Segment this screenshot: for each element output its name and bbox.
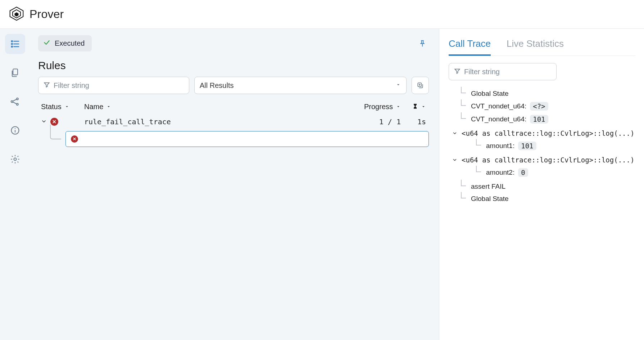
trace-node[interactable]: assert FAIL (449, 180, 635, 193)
column-status-label: Status (41, 103, 62, 111)
chevron-down-icon[interactable] (452, 157, 458, 162)
funnel-icon (454, 68, 461, 76)
tree-connector (459, 115, 467, 123)
svg-point-7 (11, 101, 13, 103)
tree-connector (459, 195, 467, 203)
tree-connector (475, 169, 482, 176)
column-status[interactable]: Status (41, 103, 84, 111)
chevron-down-icon[interactable] (41, 118, 47, 126)
chevron-down-icon[interactable] (452, 131, 458, 136)
trace-tree: Global State CVT_nondet_u64: <?> CVT_non… (449, 88, 635, 205)
trace-filter-wrap[interactable] (449, 63, 557, 80)
filter-input-wrap[interactable] (38, 77, 189, 94)
results-select[interactable]: All Results (194, 77, 407, 94)
tabs: Call Trace Live Statistics (449, 38, 635, 56)
trace-label: <u64 as calltrace::log::CvlrLog>::log(..… (462, 156, 634, 164)
rule-row[interactable]: ✕ rule_fail_call_trace 1 / 1 1s (38, 117, 429, 126)
sidebar-item-info[interactable] (5, 120, 25, 140)
tree-connector (459, 183, 467, 191)
trace-value: 101 (518, 142, 536, 150)
caret-down-icon (106, 103, 111, 111)
svg-point-13 (14, 158, 17, 161)
trace-label: assert FAIL (471, 183, 505, 191)
trace-node[interactable]: CVT_nondet_u64: 101 (449, 113, 635, 126)
status-badge: Executed (38, 35, 92, 52)
trace-label: Global State (471, 90, 509, 98)
trace-label: amount1: (486, 142, 514, 150)
sidebar (0, 29, 30, 340)
rule-time: 1s (401, 117, 426, 126)
tab-live-statistics[interactable]: Live Statistics (507, 38, 564, 55)
tree-connector (475, 142, 482, 150)
right-panel: Call Trace Live Statistics Global State … (439, 29, 644, 340)
fail-icon: ✕ (71, 135, 78, 143)
columns-header: Status Name Progress (38, 103, 429, 111)
column-time[interactable] (401, 103, 426, 111)
expand-all-button[interactable] (412, 77, 429, 94)
svg-point-4 (12, 46, 13, 47)
rules-title: Rules (38, 59, 429, 72)
rule-progress: 1 / 1 (343, 117, 401, 126)
center-panel: Executed Rules All Results (30, 29, 439, 340)
rule-name: rule_fail_call_trace (84, 117, 343, 126)
brand: Prover (9, 6, 64, 23)
svg-point-9 (17, 103, 18, 105)
tree-connector (38, 131, 65, 147)
column-progress-label: Progress (364, 103, 393, 111)
results-select-label: All Results (200, 81, 233, 90)
check-icon (43, 39, 50, 48)
rule-child-selected[interactable]: ✕ (65, 131, 429, 147)
trace-value: 0 (518, 168, 528, 177)
trace-label: <u64 as calltrace::log::CvlrLog>::log(..… (462, 129, 634, 137)
trace-node[interactable]: amount2: 0 (449, 166, 635, 179)
trace-filter-input[interactable] (464, 68, 551, 76)
logo-icon (9, 6, 24, 23)
trace-value: <?> (530, 102, 548, 111)
trace-node[interactable]: amount1: 101 (449, 139, 635, 152)
trace-node[interactable]: Global State (449, 88, 635, 100)
main: Executed Rules All Results (0, 29, 644, 340)
trace-node-expandable[interactable]: <u64 as calltrace::log::CvlrLog>::log(..… (449, 154, 635, 166)
trace-value: 101 (530, 115, 548, 124)
svg-point-12 (15, 128, 15, 129)
column-name[interactable]: Name (84, 103, 343, 111)
caret-down-icon (396, 103, 401, 111)
sidebar-item-files[interactable] (5, 63, 25, 83)
pin-button[interactable] (416, 37, 429, 50)
svg-point-8 (17, 98, 18, 100)
svg-point-2 (12, 44, 13, 45)
sidebar-item-graph[interactable] (5, 91, 25, 112)
brand-name: Prover (30, 8, 64, 21)
sidebar-item-rules[interactable] (5, 34, 25, 54)
trace-node[interactable]: CVT_nondet_u64: <?> (449, 100, 635, 113)
trace-node[interactable]: Global State (449, 193, 635, 205)
sidebar-item-settings[interactable] (5, 149, 25, 169)
trace-label: Global State (471, 195, 509, 203)
topbar: Prover (0, 0, 644, 29)
trace-label: amount2: (486, 169, 514, 176)
trace-label: CVT_nondet_u64: (471, 115, 526, 123)
caret-down-icon (421, 103, 426, 111)
svg-rect-6 (13, 69, 18, 75)
tree-connector (459, 102, 467, 110)
filter-input[interactable] (54, 81, 184, 90)
svg-point-0 (12, 41, 13, 42)
tree-connector (459, 90, 467, 98)
trace-node-expandable[interactable]: <u64 as calltrace::log::CvlrLog>::log(..… (449, 127, 635, 139)
hourglass-icon (412, 103, 418, 111)
column-progress[interactable]: Progress (343, 103, 401, 111)
caret-down-icon (395, 82, 401, 89)
column-name-label: Name (84, 103, 103, 111)
status-badge-text: Executed (55, 39, 85, 48)
caret-down-icon (64, 103, 69, 111)
trace-label: CVT_nondet_u64: (471, 102, 526, 110)
tab-call-trace[interactable]: Call Trace (449, 38, 491, 56)
funnel-icon (44, 81, 50, 89)
